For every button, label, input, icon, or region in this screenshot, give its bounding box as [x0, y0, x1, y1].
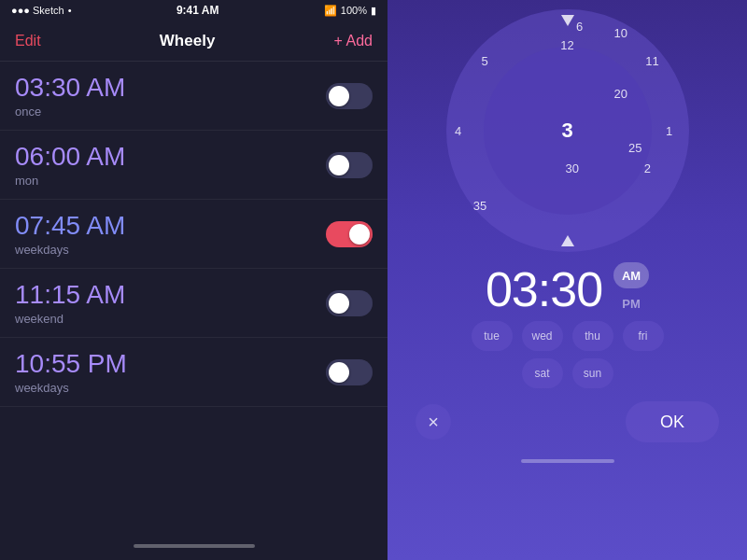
- alarm-label: once: [15, 105, 326, 119]
- alarm-time: 03:30 AM: [15, 73, 326, 103]
- time-display: 03:30 AM PM: [486, 261, 649, 317]
- clock-number-1: 1: [666, 124, 672, 138]
- clock-center-number: 3: [561, 119, 572, 143]
- alarm-info: 03:30 AM once: [15, 73, 326, 119]
- close-icon: ×: [428, 412, 439, 433]
- alarm-info: 07:45 AM weekdays: [15, 211, 326, 257]
- bottom-actions: × OK: [388, 392, 747, 452]
- alarm-item[interactable]: 10:55 PM weekdays: [0, 338, 388, 407]
- day-tuesday[interactable]: tue: [472, 321, 513, 351]
- toggle-track: [326, 152, 373, 178]
- toggle-track: [326, 290, 373, 316]
- clock-picker-panel: 6 10 11 12 5 4 35 1 2 20 25 30 3 03:30 A…: [388, 0, 747, 560]
- toggle-track: [326, 359, 373, 385]
- clock-number-35: 35: [473, 199, 486, 213]
- clock-number-6: 6: [576, 20, 583, 34]
- toggle-thumb: [329, 86, 349, 106]
- day-sunday[interactable]: sun: [572, 358, 613, 388]
- edit-button[interactable]: Edit: [15, 33, 41, 49]
- clock-number-30: 30: [565, 161, 578, 175]
- add-button[interactable]: + Add: [334, 33, 373, 49]
- alarm-toggle[interactable]: [326, 83, 373, 109]
- clock-marker-bottom: [561, 235, 574, 246]
- day-thursday[interactable]: thu: [572, 321, 613, 351]
- alarm-list: 03:30 AM once 06:00 AM mon: [0, 62, 388, 532]
- toggle-thumb: [329, 293, 349, 314]
- alarm-label: mon: [15, 174, 326, 188]
- alarm-time: 11:15 AM: [15, 280, 326, 310]
- alarm-info: 10:55 PM weekdays: [15, 349, 326, 395]
- toggle-track: [326, 221, 373, 247]
- clock-marker-top: [561, 15, 574, 26]
- battery-icon: ▮: [371, 5, 376, 17]
- clock-number-4: 4: [455, 124, 461, 138]
- alarm-info: 06:00 AM mon: [15, 142, 326, 188]
- status-time: 9:41 AM: [176, 4, 219, 17]
- day-row-1: tue wed thu fri: [472, 321, 664, 351]
- clock-number-20: 20: [613, 87, 627, 101]
- day-wednesday[interactable]: wed: [522, 321, 563, 351]
- clock-number-10: 10: [613, 26, 627, 40]
- alarm-list-panel: ●●● Sketch • 9:41 AM 📶 100% ▮ Edit Wheel…: [0, 0, 388, 560]
- ampm-group: AM PM: [613, 262, 649, 316]
- alarm-info: 11:15 AM weekend: [15, 280, 326, 326]
- alarm-time: 06:00 AM: [15, 142, 326, 172]
- clock-number-25: 25: [628, 141, 641, 155]
- alarm-label: weekend: [15, 312, 326, 326]
- nav-bar: Edit Wheely + Add: [0, 21, 388, 62]
- alarm-toggle[interactable]: [326, 359, 373, 385]
- wifi-icon: •: [68, 5, 72, 16]
- toggle-thumb: [329, 362, 349, 383]
- day-row-2: sat sun: [522, 358, 613, 388]
- alarm-item[interactable]: 11:15 AM weekend: [0, 269, 388, 338]
- battery-label: 100%: [341, 5, 367, 16]
- clock-number-11: 11: [645, 54, 658, 68]
- alarm-toggle[interactable]: [326, 290, 373, 316]
- app-title: Wheely: [160, 32, 216, 50]
- alarm-item[interactable]: 07:45 AM weekdays: [0, 200, 388, 269]
- clock-number-5: 5: [481, 54, 487, 68]
- toggle-track: [326, 83, 373, 109]
- bluetooth-icon: 📶: [324, 5, 337, 17]
- alarm-item[interactable]: 03:30 AM once: [0, 62, 388, 131]
- signal-icon: ●●● Sketch: [11, 5, 64, 16]
- right-home-indicator: [388, 452, 747, 470]
- status-bar: ●●● Sketch • 9:41 AM 📶 100% ▮: [0, 0, 388, 21]
- pm-button[interactable]: PM: [613, 290, 649, 316]
- alarm-item[interactable]: 06:00 AM mon: [0, 131, 388, 200]
- day-saturday[interactable]: sat: [522, 358, 563, 388]
- status-signal: ●●● Sketch •: [11, 5, 71, 16]
- alarm-toggle[interactable]: [326, 221, 373, 247]
- toggle-thumb: [349, 224, 370, 245]
- day-selector: tue wed thu fri sat sun: [472, 321, 664, 388]
- cancel-button[interactable]: ×: [416, 404, 451, 440]
- alarm-time: 07:45 AM: [15, 211, 326, 241]
- am-button[interactable]: AM: [613, 262, 649, 288]
- alarm-toggle[interactable]: [326, 152, 373, 178]
- alarm-label: weekdays: [15, 381, 326, 395]
- home-indicator: [0, 532, 388, 560]
- clock-number-12: 12: [560, 38, 573, 52]
- status-battery: 📶 100% ▮: [324, 5, 376, 17]
- right-home-bar: [521, 459, 614, 463]
- alarm-label: weekdays: [15, 243, 326, 257]
- ok-button[interactable]: OK: [626, 401, 719, 442]
- day-friday[interactable]: fri: [623, 321, 664, 351]
- alarm-time: 10:55 PM: [15, 349, 326, 379]
- time-value: 03:30: [486, 261, 602, 317]
- home-bar: [134, 544, 255, 548]
- clock-number-2: 2: [644, 161, 651, 175]
- toggle-thumb: [329, 155, 349, 175]
- clock-face[interactable]: 6 10 11 12 5 4 35 1 2 20 25 30 3: [446, 9, 689, 252]
